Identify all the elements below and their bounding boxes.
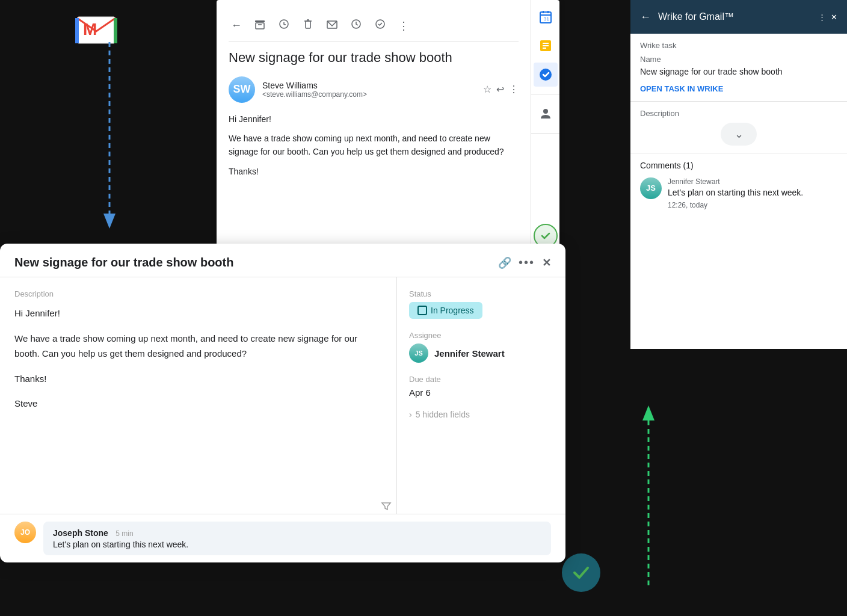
task-popup-header: New signage for our trade show booth 🔗 •… [0,244,565,277]
due-date-label: Due date [409,375,553,384]
svg-marker-4 [642,405,654,420]
open-task-link[interactable]: OPEN TASK IN WRIKE [640,84,723,93]
due-date-value: Apr 6 [409,387,553,398]
sidebar-tasks-icon[interactable] [534,34,558,58]
wrike-description-section: Description ⌄ [630,101,847,153]
task-description-label: Description [14,289,382,298]
wrike-panel-header: ← Wrike for Gmail™ ⋮ ✕ [630,0,847,34]
sender-name: Steve Williams [262,81,476,90]
wrike-panel: ← Wrike for Gmail™ ⋮ ✕ Wrike task Name N… [630,0,847,349]
wrike-comments-title: Comments (1) [640,161,837,170]
wrike-circle-button[interactable] [562,553,600,592]
svg-rect-7 [256,23,264,29]
task-popup-title: New signage for our trade show booth [14,256,233,270]
wrike-more-button[interactable]: ⋮ [818,13,826,22]
hidden-fields-label: 5 hidden fields [416,410,470,419]
task-assignee-field: Assignee JS Jennifer Stewart [409,331,553,363]
status-label: Status [409,289,553,298]
more-sender-button[interactable]: ⋮ [509,84,519,95]
task-popup-body: Description Hi Jennifer! We have a trade… [0,277,565,514]
sidebar-contacts-icon[interactable] [534,102,558,126]
task-comment-author: Joseph Stone [53,528,108,538]
task-comment-bubble: Joseph Stone 5 min Let's plan on startin… [43,522,551,555]
wrike-task-name: New signage for our trade show booth [640,66,837,78]
task-comment-meta: Joseph Stone 5 min [53,528,541,538]
wrike-close-button[interactable]: ✕ [831,13,837,22]
wrike-name-section: Name New signage for our trade show boot… [630,50,847,101]
task-close-button[interactable]: ✕ [542,256,551,270]
sender-email: <steve.williams@company.com> [262,90,476,99]
gmail-sidebar: 31 [531,0,559,253]
email-thanks: Thanks! [229,165,519,178]
task-body-text: Hi Jennifer! We have a trade show coming… [14,306,382,411]
task-main-content: Description Hi Jennifer! We have a trade… [0,277,397,514]
task-more-button[interactable]: ••• [519,256,535,270]
star-button[interactable]: ☆ [483,84,491,95]
status-badge[interactable]: In Progress [409,302,482,319]
arrow-down-indicator [103,42,116,229]
wrike-description-label: Description [640,109,837,118]
reply-button[interactable]: ↩ [496,84,504,95]
task-comment-avatar: JO [14,522,36,543]
task-signature: Steve [14,396,382,411]
wrike-panel-body: Wrike task Name New signage for our trad… [630,34,847,349]
comment-content: Jennifer Stewart Let's plan on starting … [668,177,803,210]
email-body-text: We have a trade show coming up next mont… [229,132,519,159]
status-badge-icon [417,306,427,315]
comment-text: Let's plan on starting this next week. [668,187,803,199]
task-thanks: Thanks! [14,371,382,387]
svg-rect-12 [306,21,310,28]
svg-text:31: 31 [544,16,549,22]
task-button[interactable] [372,16,389,35]
assignee-avatar: JS [409,343,428,363]
wrike-comments-section: Comments (1) JS Jennifer Stewart Let's p… [630,153,847,217]
wrike-comment: JS Jennifer Stewart Let's plan on starti… [640,177,837,210]
sidebar-wrike-icon[interactable] [534,63,558,87]
task-link-button[interactable]: 🔗 [498,256,511,270]
svg-point-28 [543,109,548,114]
sender-row: SW Steve Williams <steve.williams@compan… [229,76,519,103]
back-button[interactable]: ← [229,17,244,34]
task-sidebar: Status In Progress Assignee JS Jennifer … [397,277,565,514]
task-comment-time: 5 min [116,529,133,538]
comment-author: Jennifer Stewart [668,177,803,186]
assignee-row: JS Jennifer Stewart [409,343,553,363]
clock-button[interactable] [276,16,292,35]
arrow-up-indicator [642,405,654,586]
status-value: In Progress [431,306,474,315]
archive-button[interactable] [251,16,268,35]
gmail-panel: ← ⋮ New signage for our trade show booth [217,0,559,253]
wrike-panel-title: Wrike for Gmail™ [658,11,811,22]
svg-marker-3 [103,214,116,229]
email-subject: New signage for our trade show booth [229,49,519,67]
wrike-header-actions: ⋮ ✕ [818,13,837,22]
delete-button[interactable] [300,16,316,35]
svg-point-27 [540,69,552,81]
email-body: Hi Jennifer! We have a trade show coming… [229,112,519,179]
hidden-fields-toggle[interactable]: › 5 hidden fields [409,410,553,419]
filter-icon[interactable] [380,500,392,514]
comment-avatar: JS [640,177,662,199]
email-greeting: Hi Jennifer! [229,112,519,126]
task-greeting: Hi Jennifer! [14,306,382,321]
task-status-field: Status In Progress [409,289,553,319]
task-detail-popup: New signage for our trade show booth 🔗 •… [0,244,565,562]
task-due-date-field: Due date Apr 6 [409,375,553,398]
sender-info: Steve Williams <steve.williams@company.c… [262,81,476,99]
more-button[interactable]: ⋮ [396,17,411,35]
svg-text:M: M [83,20,97,38]
wrike-back-button[interactable]: ← [640,11,651,23]
svg-rect-6 [255,20,265,22]
task-comment-section: JO Joseph Stone 5 min Let's plan on star… [0,514,565,562]
sidebar-calendar-icon[interactable]: 31 [534,5,558,29]
assignee-name: Jennifer Stewart [434,348,505,359]
sender-actions: ☆ ↩ ⋮ [483,84,519,95]
wrike-name-label: Name [640,55,837,64]
schedule-button[interactable] [348,16,365,35]
task-comment-text: Let's plan on starting this next week. [53,540,541,549]
description-dropdown-button[interactable]: ⌄ [721,123,757,146]
expand-icon: › [409,410,412,419]
wrike-task-section-label: Wrike task [630,34,847,50]
sender-avatar: SW [229,76,255,103]
mail-button[interactable] [324,16,340,35]
